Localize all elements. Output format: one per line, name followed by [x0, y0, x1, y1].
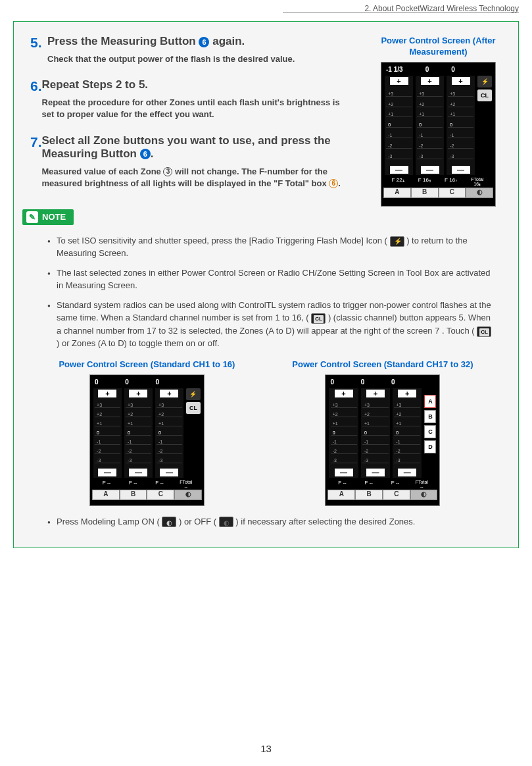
note-text: ) or Zones (A to D) to toggle them on or…	[57, 338, 220, 348]
cl-icon	[477, 326, 491, 337]
note-item-1: To set ISO sensitivity and shutter speed…	[47, 234, 496, 260]
step-number: 6.	[30, 78, 42, 120]
note-text: ) if necessary after selecting the desir…	[233, 517, 416, 526]
minus-button[interactable]: —	[98, 469, 116, 476]
f-value: F --	[329, 480, 355, 489]
cl-button[interactable]: CL	[477, 89, 492, 101]
slider-a: + +3+2+10-1-2-3 —	[329, 388, 358, 478]
f-value: F 16₇	[438, 177, 464, 187]
step-description: Repeat the procedure for other Zones unt…	[42, 97, 349, 120]
ref-circle-6: 6	[140, 149, 151, 159]
note-item-2: The last selected zones in either Power …	[47, 267, 496, 292]
ftotal-label: FTotal	[180, 480, 192, 484]
right-column: Power Control Screen (After Measurement)…	[374, 36, 502, 207]
step-title: Select all Zone buttons you want to use,…	[42, 134, 349, 161]
step-description: Measured value of each Zone 3 will not c…	[42, 166, 349, 190]
slider-c: + +3+2+10-1-2-3 —	[447, 76, 475, 175]
minus-button[interactable]: —	[390, 166, 408, 174]
top-val: 0	[391, 378, 395, 386]
plus-button[interactable]: +	[452, 77, 470, 85]
slider-b: + +3+2+10-1-2-3 —	[361, 388, 390, 478]
plus-button[interactable]: +	[366, 390, 385, 397]
minus-button[interactable]: —	[366, 469, 385, 476]
ftotal-value: 16₃	[473, 182, 481, 186]
flash-mode-button[interactable]: ⚡	[477, 76, 492, 88]
plus-button[interactable]: +	[421, 77, 439, 85]
step-title-text: again.	[209, 35, 245, 47]
screen-label-after: Power Control Screen (After Measurement)	[374, 36, 502, 58]
minus-button[interactable]: —	[398, 469, 416, 476]
ftotal-value: --	[420, 484, 423, 489]
top-val: -1 1/3	[386, 66, 403, 73]
step-description: Check that the output power of the flash…	[47, 53, 295, 65]
step-number: 5.	[30, 35, 47, 65]
note-text: Press Modeling Lamp ON (	[57, 517, 162, 526]
note-label: NOTE	[42, 212, 66, 222]
zone-toggle-c[interactable]: C	[424, 425, 436, 438]
plus-button[interactable]: +	[98, 390, 116, 397]
step-desc-text: .	[338, 178, 341, 188]
minus-button[interactable]: —	[335, 469, 353, 476]
zone-c-button[interactable]: C	[439, 188, 466, 198]
page-number: 13	[260, 743, 272, 754]
ref-circle-3: 3	[163, 167, 172, 176]
ftotal-label: FTotal	[416, 480, 428, 484]
plus-button[interactable]: +	[129, 390, 147, 397]
lamp-on-icon	[162, 517, 176, 527]
note-badge: NOTE	[22, 209, 74, 225]
slider-c: + +3+2+10-1-2-3 —	[155, 388, 183, 478]
step-title-text: Press the Measuring Button	[47, 35, 199, 47]
top-val: 0	[125, 378, 129, 386]
ref-circle-6: 6	[199, 37, 209, 47]
zone-b-button[interactable]: B	[120, 490, 147, 500]
step-title: Press the Measuring Button 6 again.	[47, 35, 295, 48]
lamp-button[interactable]: ◐	[174, 490, 202, 500]
lamp-button[interactable]: ◐	[410, 490, 438, 500]
top-val: 0	[95, 378, 99, 386]
cl-icon	[311, 313, 326, 324]
minus-button[interactable]: —	[421, 166, 439, 174]
zone-a-button[interactable]: A	[92, 490, 120, 500]
header-rule	[283, 12, 519, 13]
minus-button[interactable]: —	[160, 469, 178, 476]
zone-a-button[interactable]: A	[383, 188, 411, 198]
plus-button[interactable]: +	[390, 77, 408, 85]
top-val: 0	[330, 378, 334, 386]
ref-circle-6-outline: 6	[329, 179, 338, 188]
top-val: 0	[156, 378, 160, 386]
screen-block-ch1-16: Power Control Screen (Standard CH1 to 16…	[59, 359, 235, 506]
zone-c-button[interactable]: C	[383, 490, 410, 500]
step-number: 7.	[30, 134, 42, 190]
minus-button[interactable]: —	[129, 469, 147, 476]
screens-row: Power Control Screen (Standard CH1 to 16…	[30, 359, 502, 506]
ftotal-value: --	[184, 484, 187, 489]
ftotal-label: FTotal	[471, 177, 483, 182]
note-text: To set ISO sensitivity and shutter speed…	[57, 236, 390, 245]
zone-toggle-a[interactable]: A	[424, 395, 436, 408]
note-list: To set ISO sensitivity and shutter speed…	[30, 225, 502, 350]
cl-button[interactable]: CL	[186, 402, 201, 414]
device-screen-after: -1 1/3 0 0 + +3+2+10-1-2-3 — + +3+2+10-1…	[381, 62, 496, 207]
step-title-text: .	[151, 147, 154, 160]
flash-mode-button[interactable]: ⚡	[186, 388, 201, 400]
plus-button[interactable]: +	[335, 390, 353, 397]
plus-button[interactable]: +	[160, 390, 178, 397]
f-value: F --	[120, 480, 146, 489]
f-value: F --	[382, 480, 408, 489]
plus-button[interactable]: +	[398, 390, 416, 397]
slider-a: + +3+2+10-1-2-3 —	[93, 388, 122, 478]
zone-toggle-b[interactable]: B	[424, 410, 436, 423]
f-value: F 22₁	[385, 177, 411, 187]
note-text: ) or OFF (	[176, 517, 218, 526]
step-title: Repeat Steps 2 to 5.	[42, 78, 349, 91]
zone-toggle-d[interactable]: D	[424, 440, 436, 453]
top-val: 0	[425, 66, 429, 73]
zone-b-button[interactable]: B	[411, 188, 439, 198]
minus-button[interactable]: —	[452, 166, 470, 174]
step-desc-text: Measured value of each Zone	[42, 166, 164, 176]
zone-c-button[interactable]: C	[147, 490, 174, 500]
zone-a-button[interactable]: A	[327, 490, 355, 500]
slider-c: + +3+2+10-1-2-3 —	[393, 388, 422, 478]
lamp-button[interactable]: ◐	[466, 188, 493, 198]
zone-b-button[interactable]: B	[355, 490, 383, 500]
